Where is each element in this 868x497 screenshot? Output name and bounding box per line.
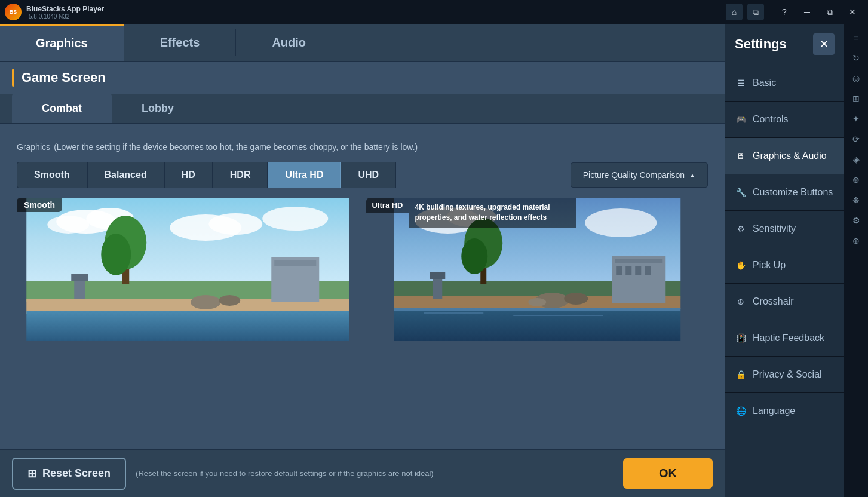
strip-icon-10[interactable]: ⚙ bbox=[847, 211, 865, 229]
graphics-description: (Lower the setting if the device becomes… bbox=[54, 142, 418, 152]
quality-balanced[interactable]: Balanced bbox=[87, 162, 164, 188]
sidebar-item-language[interactable]: 🌐 Language bbox=[725, 393, 844, 429]
app-version: 5.8.0.1040 N32 bbox=[29, 13, 104, 20]
quality-buttons: Smooth Balanced HD HDR Ultra HD UHD Pict… bbox=[17, 162, 708, 188]
svg-point-6 bbox=[262, 207, 328, 231]
section-header: Game Screen bbox=[0, 62, 725, 94]
tab-audio[interactable]: Audio bbox=[236, 24, 342, 61]
graphics-section: Graphics (Lower the setting if the devic… bbox=[17, 138, 708, 341]
reset-screen-button[interactable]: ⊞ Reset Screen bbox=[12, 458, 126, 490]
svg-rect-33 bbox=[615, 259, 662, 263]
sidebar-item-privacy-social[interactable]: 🔒 Privacy & Social bbox=[725, 357, 844, 393]
sidebar-item-sensitivity[interactable]: ⚙ Sensitivity bbox=[725, 211, 844, 247]
strip-icon-3[interactable]: ◎ bbox=[847, 69, 865, 87]
restore-button[interactable]: ⧉ bbox=[819, 4, 841, 20]
tab-effects[interactable]: Effects bbox=[124, 24, 236, 61]
strip-icon-9[interactable]: ❋ bbox=[847, 191, 865, 209]
quality-ultra-hd[interactable]: Ultra HD bbox=[268, 162, 341, 188]
svg-point-3 bbox=[47, 216, 89, 234]
tab-bar: Graphics Effects Audio bbox=[0, 24, 725, 62]
sidebar-item-pickup[interactable]: ✋ Pick Up bbox=[725, 247, 844, 284]
sensitivity-icon: ⚙ bbox=[735, 223, 747, 235]
strip-icon-4[interactable]: ⊞ bbox=[847, 90, 865, 108]
svg-rect-28 bbox=[513, 315, 603, 316]
tab-graphics[interactable]: Graphics bbox=[0, 24, 124, 61]
minimize-button[interactable]: ─ bbox=[796, 4, 818, 20]
close-button[interactable]: ✕ bbox=[842, 4, 863, 20]
svg-point-12 bbox=[101, 234, 131, 275]
privacy-icon: 🔒 bbox=[735, 369, 747, 381]
svg-point-42 bbox=[528, 298, 546, 306]
graphics-icon: 🖥 bbox=[735, 150, 747, 162]
svg-point-5 bbox=[208, 213, 262, 235]
svg-point-17 bbox=[191, 295, 220, 309]
quality-uhd[interactable]: UHD bbox=[341, 162, 396, 188]
svg-rect-14 bbox=[274, 260, 316, 266]
quality-hdr[interactable]: HDR bbox=[213, 162, 268, 188]
home-button[interactable]: ⌂ bbox=[726, 4, 743, 20]
sidebar-items: ☰ Basic 🎮 Controls 🖥 Graphics & Audio 🔧 … bbox=[725, 65, 844, 497]
titlebar-nav: ⌂ ⧉ bbox=[726, 4, 764, 20]
sidebar-item-crosshair[interactable]: ⊕ Crosshair bbox=[725, 284, 844, 320]
help-button[interactable]: ? bbox=[774, 4, 795, 20]
graphics-label: Graphics (Lower the setting if the devic… bbox=[17, 138, 708, 154]
svg-rect-39 bbox=[430, 272, 445, 279]
svg-rect-9 bbox=[26, 311, 349, 341]
sub-tab-combat[interactable]: Combat bbox=[12, 94, 112, 123]
sidebar-item-controls[interactable]: 🎮 Controls bbox=[725, 102, 844, 138]
app-logo: BS bbox=[5, 4, 22, 20]
reset-hint: (Reset the screen if you need to restore… bbox=[136, 469, 614, 478]
content-area: Graphics Effects Audio Game Screen Comba… bbox=[0, 24, 725, 497]
right-icon-strip: ≡ ↻ ◎ ⊞ ✦ ⟳ ◈ ⊛ ❋ ⚙ ⊕ bbox=[844, 24, 868, 497]
ultra-hd-description: 4K building textures, upgraded material … bbox=[409, 198, 576, 228]
svg-point-22 bbox=[585, 208, 657, 237]
sidebar-title: Settings bbox=[735, 36, 787, 52]
sub-tab-lobby[interactable]: Lobby bbox=[112, 94, 204, 123]
pickup-icon: ✋ bbox=[735, 259, 747, 271]
section-title: Game Screen bbox=[22, 70, 106, 85]
controls-icon: 🎮 bbox=[735, 113, 747, 125]
svg-point-31 bbox=[461, 238, 487, 274]
right-sidebar: Settings ✕ ☰ Basic 🎮 Controls 🖥 Graphics… bbox=[725, 24, 844, 497]
sidebar-item-customize-buttons[interactable]: 🔧 Customize Buttons bbox=[725, 174, 844, 211]
ultra-hd-label: Ultra HD bbox=[366, 198, 409, 213]
strip-icon-2[interactable]: ↻ bbox=[847, 49, 865, 67]
strip-icon-5[interactable]: ✦ bbox=[847, 110, 865, 128]
language-icon: 🌐 bbox=[735, 405, 747, 417]
chevron-up-icon: ▲ bbox=[689, 172, 695, 179]
sidebar-item-basic[interactable]: ☰ Basic bbox=[725, 65, 844, 102]
svg-rect-37 bbox=[645, 266, 651, 275]
quality-hd[interactable]: HD bbox=[164, 162, 213, 188]
strip-icon-1[interactable]: ≡ bbox=[847, 29, 865, 47]
titlebar: BS BlueStacks App Player 5.8.0.1040 N32 … bbox=[0, 0, 868, 24]
svg-rect-34 bbox=[616, 266, 622, 275]
svg-point-41 bbox=[564, 293, 588, 305]
sidebar-header: Settings ✕ bbox=[725, 24, 844, 65]
sidebar-item-graphics-audio[interactable]: 🖥 Graphics & Audio bbox=[725, 138, 844, 174]
quality-smooth[interactable]: Smooth bbox=[17, 162, 87, 188]
close-settings-button[interactable]: ✕ bbox=[813, 33, 835, 55]
picture-quality-comparison-button[interactable]: Picture Quality Comparison ▲ bbox=[571, 162, 708, 188]
ok-button[interactable]: OK bbox=[623, 458, 713, 489]
window-controls: ? ─ ⧉ ✕ bbox=[774, 4, 863, 20]
crosshair-icon: ⊕ bbox=[735, 296, 747, 308]
content-body: Graphics (Lower the setting if the devic… bbox=[0, 124, 725, 449]
svg-rect-16 bbox=[71, 274, 88, 281]
svg-point-18 bbox=[219, 295, 240, 306]
strip-icon-7[interactable]: ◈ bbox=[847, 151, 865, 168]
smooth-label: Smooth bbox=[17, 198, 62, 212]
app-name: BlueStacks App Player bbox=[26, 5, 104, 13]
svg-rect-26 bbox=[394, 308, 680, 311]
bottom-bar: ⊞ Reset Screen (Reset the screen if you … bbox=[0, 449, 725, 497]
sub-tab-bar: Combat Lobby bbox=[0, 94, 725, 124]
tabs-button[interactable]: ⧉ bbox=[747, 4, 764, 20]
section-indicator bbox=[12, 69, 14, 87]
strip-icon-6[interactable]: ⟳ bbox=[847, 130, 865, 148]
svg-rect-36 bbox=[635, 266, 641, 275]
svg-rect-35 bbox=[625, 266, 631, 275]
haptic-icon: 📳 bbox=[735, 332, 747, 344]
sidebar-item-haptic-feedback[interactable]: 📳 Haptic Feedback bbox=[725, 320, 844, 357]
strip-icon-8[interactable]: ⊛ bbox=[847, 171, 865, 189]
reset-icon: ⊞ bbox=[27, 467, 36, 480]
strip-icon-11[interactable]: ⊕ bbox=[847, 232, 865, 250]
